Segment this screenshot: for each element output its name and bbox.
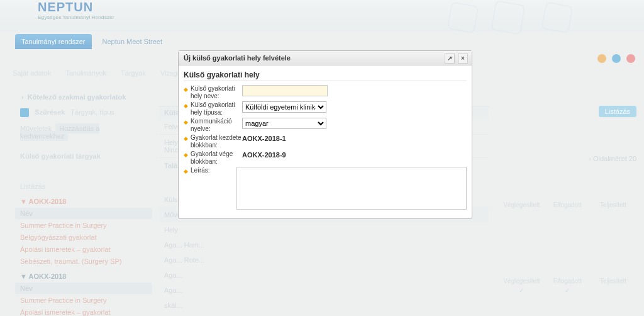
label-language: Kommunikáció nyelve: [191, 118, 242, 133]
diamond-icon: ◆ [184, 101, 188, 110]
top-right-icons [594, 54, 635, 64]
blue-icon[interactable] [612, 54, 621, 63]
pager[interactable]: › Oldalméret 20 [493, 155, 636, 162]
system-tabs: Tanulmányi rendszer Neptun Meet Street [15, 34, 171, 49]
logo-subtitle: Egységes Tanulmányi Rendszer [38, 14, 114, 20]
breadcrumb-text: Kötelező szakmai gyakorlatok [28, 93, 126, 101]
menu-studies[interactable]: Tanulmányok [65, 69, 106, 77]
check-icon: ✓ [545, 287, 589, 294]
header-decoration [424, 0, 625, 31]
check-icon: ✓ [499, 287, 543, 294]
col-header-name: Név [15, 208, 152, 219]
label-end-block: Gyakorlat vége blokkban: [191, 150, 242, 166]
table-header-hely-2: Hely [159, 222, 489, 237]
place-type-select[interactable]: Külföldi egyetemi klinika [242, 101, 326, 113]
list-item[interactable]: Summer Practice in Surgery [15, 220, 152, 231]
pager-text: Oldalméret 20 [593, 155, 636, 162]
new-practice-place-dialog: Új külső gyakorlati hely felvétele ↗ × K… [178, 50, 472, 219]
diamond-icon: ◆ [184, 118, 188, 127]
dialog-body: Külső gyakorlati hely ◆ Külső gyakorlati… [179, 65, 472, 218]
group-1-label: AOKX-2018 [29, 198, 67, 205]
tab-study-system[interactable]: Tanulmányi rendszer [15, 34, 92, 49]
list-button[interactable]: Listázás [599, 106, 636, 117]
filters-row: Szűrések Tárgyak, típus [15, 106, 152, 119]
language-select[interactable]: magyar [242, 118, 326, 129]
popout-icon[interactable]: ↗ [445, 54, 455, 64]
filters-label: Szűrések [35, 108, 65, 116]
place-name-input[interactable] [242, 85, 328, 96]
close-icon[interactable]: × [458, 54, 468, 64]
table-row[interactable]: Aga... [159, 268, 489, 283]
breadcrumb: › Kötelező szakmai gyakorlatok [21, 93, 126, 101]
label-description: Leírás: [191, 167, 236, 174]
logo-text: NEPTUN [38, 0, 93, 14]
menu-own-data[interactable]: Saját adatok [13, 69, 51, 77]
col-completed: Teljesített [591, 278, 635, 285]
diamond-icon: ◆ [184, 134, 188, 143]
dialog-titlebar[interactable]: Új külső gyakorlati hely felvétele ↗ × [179, 51, 472, 65]
start-block-value: AOKX-2018-1 [242, 134, 286, 142]
filters-value: Tárgyak, típus [70, 108, 114, 116]
list-item[interactable]: Ápolási ismeretek – gyakorlat [15, 244, 152, 255]
left-panel: Szűrések Tárgyak, típus Műveletek Hozzáa… [15, 106, 152, 316]
dialog-section-title: Külső gyakorlati hely [184, 71, 467, 81]
col-accepted: Elfogadott [545, 201, 589, 208]
status-columns: Véglegesített Elfogadott Teljesített Vég… [499, 201, 635, 294]
globe-icon[interactable] [597, 54, 606, 63]
red-icon[interactable] [626, 54, 635, 63]
label-place-type: Külső gyakorlati hely típusa: [191, 101, 242, 116]
diamond-icon: ◆ [184, 167, 188, 176]
col-accepted: Elfogadott [545, 278, 589, 285]
list-item[interactable]: Summer Practice in Surgery [15, 295, 152, 306]
dialog-title: Új külső gyakorlati hely felvétele [184, 54, 291, 62]
tab-meet-street[interactable]: Neptun Meet Street [96, 34, 169, 49]
app-header: NEPTUN Egységes Tanulmányi Rendszer [0, 0, 644, 31]
label-place-name: Külső gyakorlati hely neve: [191, 85, 242, 100]
description-textarea[interactable] [236, 167, 467, 210]
left-section-title: Külső gyakorlati tárgyak [15, 150, 152, 162]
actionbar: Műveletek Hozzáadás a kedvencekhez [15, 123, 152, 142]
menu-subjects[interactable]: Tárgyak [121, 69, 146, 77]
group-1[interactable]: ▼ AOKX-2018 [15, 196, 152, 207]
right-panel: Listázás › Oldalméret 20 [493, 106, 636, 162]
end-block-value: AOKX-2018-9 [242, 150, 286, 159]
col-finalized: Véglegesített [499, 278, 543, 285]
list-item[interactable]: Belgyógyászati gyakorlat [15, 232, 152, 243]
col-header-name-2: Név [15, 283, 152, 294]
col-completed: Teljesített [591, 201, 635, 208]
diamond-icon: ◆ [184, 85, 188, 94]
table-row[interactable]: skál... [159, 298, 489, 313]
table-row[interactable]: Aga... Rote... [159, 252, 489, 268]
group-2-label: AOKX-2018 [29, 273, 67, 280]
label-start-block: Gyakorlat kezdete blokkban: [191, 134, 242, 149]
arrow-icon[interactable] [20, 108, 29, 117]
neptun-logo: NEPTUN Egységes Tanulmányi Rendszer [38, 0, 114, 20]
diamond-icon: ◆ [184, 150, 188, 159]
table-row[interactable]: Aga... Ham... [159, 237, 489, 252]
list-item[interactable]: Ápolási ismeretek – gyakorlat [15, 307, 152, 316]
list-label: Listázás [15, 181, 152, 192]
list-item[interactable]: Sebészeti, traumat. (Surgery SP) [15, 256, 152, 267]
col-finalized: Véglegesített [499, 201, 543, 208]
group-2[interactable]: ▼ AOKX-2018 [15, 271, 152, 282]
table-row[interactable]: Aga... [159, 283, 489, 298]
